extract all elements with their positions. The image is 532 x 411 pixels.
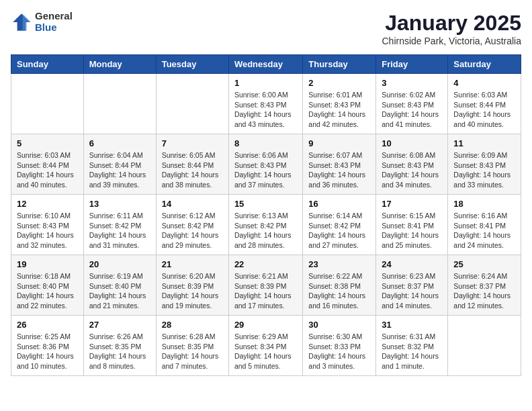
calendar-cell: 17Sunrise: 6:15 AMSunset: 8:41 PMDayligh… (376, 195, 448, 255)
day-info: Sunrise: 6:20 AMSunset: 8:39 PMDaylight:… (162, 271, 223, 311)
calendar-cell: 24Sunrise: 6:23 AMSunset: 8:37 PMDayligh… (376, 255, 448, 316)
day-info: Sunrise: 6:09 AMSunset: 8:43 PMDaylight:… (453, 150, 515, 190)
calendar-cell: 16Sunrise: 6:14 AMSunset: 8:42 PMDayligh… (303, 195, 376, 255)
day-info: Sunrise: 6:05 AMSunset: 8:44 PMDaylight:… (162, 150, 223, 190)
day-number: 16 (308, 199, 370, 209)
month-title: January 2025 (382, 11, 522, 36)
day-info: Sunrise: 6:07 AMSunset: 8:43 PMDaylight:… (308, 150, 370, 190)
day-number: 14 (162, 199, 223, 209)
calendar-cell: 2Sunrise: 6:01 AMSunset: 8:43 PMDaylight… (303, 74, 376, 134)
day-header-friday: Friday (376, 55, 448, 74)
day-number: 25 (453, 259, 515, 269)
day-header-monday: Monday (83, 55, 156, 74)
day-info: Sunrise: 6:10 AMSunset: 8:43 PMDaylight:… (17, 211, 78, 250)
title-section: January 2025 Chirnside Park, Victoria, A… (382, 11, 522, 46)
day-number: 6 (89, 138, 150, 148)
day-number: 12 (17, 199, 78, 209)
calendar-cell: 23Sunrise: 6:22 AMSunset: 8:38 PMDayligh… (303, 255, 376, 316)
calendar-cell: 19Sunrise: 6:18 AMSunset: 8:40 PMDayligh… (11, 255, 84, 316)
calendar-cell (156, 74, 228, 134)
calendar-cell: 5Sunrise: 6:03 AMSunset: 8:44 PMDaylight… (11, 134, 84, 195)
day-info: Sunrise: 6:18 AMSunset: 8:40 PMDaylight:… (17, 271, 78, 311)
calendar-cell: 15Sunrise: 6:13 AMSunset: 8:42 PMDayligh… (228, 195, 302, 255)
day-info: Sunrise: 6:11 AMSunset: 8:42 PMDaylight:… (89, 211, 150, 250)
day-info: Sunrise: 6:24 AMSunset: 8:37 PMDaylight:… (453, 271, 515, 311)
day-info: Sunrise: 6:13 AMSunset: 8:42 PMDaylight:… (234, 211, 297, 250)
day-info: Sunrise: 6:25 AMSunset: 8:36 PMDaylight:… (17, 332, 78, 371)
day-info: Sunrise: 6:15 AMSunset: 8:41 PMDaylight:… (382, 211, 442, 250)
day-number: 30 (308, 320, 370, 330)
day-info: Sunrise: 6:03 AMSunset: 8:44 PMDaylight:… (17, 150, 78, 190)
day-number: 31 (382, 320, 442, 330)
day-info: Sunrise: 6:22 AMSunset: 8:38 PMDaylight:… (308, 271, 370, 311)
calendar-cell: 8Sunrise: 6:06 AMSunset: 8:43 PMDaylight… (228, 134, 302, 195)
day-number: 26 (17, 320, 78, 330)
day-info: Sunrise: 6:08 AMSunset: 8:43 PMDaylight:… (382, 150, 442, 190)
day-header-sunday: Sunday (11, 55, 84, 74)
calendar-cell: 18Sunrise: 6:16 AMSunset: 8:41 PMDayligh… (448, 195, 521, 255)
day-number: 13 (89, 199, 150, 209)
calendar-cell: 25Sunrise: 6:24 AMSunset: 8:37 PMDayligh… (448, 255, 521, 316)
day-number: 20 (89, 259, 150, 269)
calendar-cell: 14Sunrise: 6:12 AMSunset: 8:42 PMDayligh… (156, 195, 228, 255)
calendar-cell (11, 74, 84, 134)
calendar-cell: 9Sunrise: 6:07 AMSunset: 8:43 PMDaylight… (303, 134, 376, 195)
calendar-cell: 20Sunrise: 6:19 AMSunset: 8:40 PMDayligh… (83, 255, 156, 316)
calendar-week-3: 12Sunrise: 6:10 AMSunset: 8:43 PMDayligh… (11, 195, 521, 255)
day-header-saturday: Saturday (448, 55, 521, 74)
day-info: Sunrise: 6:06 AMSunset: 8:43 PMDaylight:… (234, 150, 297, 190)
calendar-cell: 22Sunrise: 6:21 AMSunset: 8:39 PMDayligh… (228, 255, 302, 316)
day-number: 5 (17, 138, 78, 148)
day-info: Sunrise: 6:02 AMSunset: 8:43 PMDaylight:… (382, 90, 442, 130)
day-info: Sunrise: 6:01 AMSunset: 8:43 PMDaylight:… (308, 90, 370, 130)
day-number: 15 (234, 199, 297, 209)
day-number: 29 (234, 320, 297, 330)
day-header-tuesday: Tuesday (156, 55, 228, 74)
day-info: Sunrise: 6:14 AMSunset: 8:42 PMDaylight:… (308, 211, 370, 250)
day-number: 10 (382, 138, 442, 148)
day-number: 27 (89, 320, 150, 330)
day-number: 9 (308, 138, 370, 148)
logo-icon (11, 11, 32, 33)
day-info: Sunrise: 6:12 AMSunset: 8:42 PMDaylight:… (162, 211, 223, 250)
calendar-week-1: 1Sunrise: 6:00 AMSunset: 8:43 PMDaylight… (11, 74, 521, 134)
day-number: 28 (162, 320, 223, 330)
calendar-cell (448, 316, 521, 376)
day-number: 22 (234, 259, 297, 269)
day-number: 2 (308, 78, 370, 88)
calendar-cell: 27Sunrise: 6:26 AMSunset: 8:35 PMDayligh… (83, 316, 156, 376)
day-number: 3 (382, 78, 442, 88)
day-info: Sunrise: 6:00 AMSunset: 8:43 PMDaylight:… (234, 90, 297, 130)
day-number: 23 (308, 259, 370, 269)
calendar-cell: 31Sunrise: 6:31 AMSunset: 8:32 PMDayligh… (376, 316, 448, 376)
calendar-cell: 7Sunrise: 6:05 AMSunset: 8:44 PMDaylight… (156, 134, 228, 195)
logo-general: General (35, 11, 73, 22)
day-header-thursday: Thursday (303, 55, 376, 74)
calendar-cell: 12Sunrise: 6:10 AMSunset: 8:43 PMDayligh… (11, 195, 84, 255)
day-number: 18 (453, 199, 515, 209)
day-number: 8 (234, 138, 297, 148)
day-number: 21 (162, 259, 223, 269)
day-number: 11 (453, 138, 515, 148)
calendar-week-5: 26Sunrise: 6:25 AMSunset: 8:36 PMDayligh… (11, 316, 521, 376)
page-header: General Blue January 2025 Chirnside Park… (11, 11, 521, 46)
day-info: Sunrise: 6:16 AMSunset: 8:41 PMDaylight:… (453, 211, 515, 250)
day-number: 19 (17, 259, 78, 269)
day-number: 4 (453, 78, 515, 88)
calendar-cell: 3Sunrise: 6:02 AMSunset: 8:43 PMDaylight… (376, 74, 448, 134)
day-info: Sunrise: 6:29 AMSunset: 8:34 PMDaylight:… (234, 332, 297, 371)
day-number: 1 (234, 78, 297, 88)
location-subtitle: Chirnside Park, Victoria, Australia (382, 36, 522, 46)
svg-marker-1 (23, 13, 32, 31)
day-info: Sunrise: 6:30 AMSunset: 8:33 PMDaylight:… (308, 332, 370, 371)
logo-blue: Blue (35, 22, 73, 34)
calendar-cell: 1Sunrise: 6:00 AMSunset: 8:43 PMDaylight… (228, 74, 302, 134)
calendar-cell: 28Sunrise: 6:28 AMSunset: 8:35 PMDayligh… (156, 316, 228, 376)
calendar-cell (83, 74, 156, 134)
calendar-week-2: 5Sunrise: 6:03 AMSunset: 8:44 PMDaylight… (11, 134, 521, 195)
day-info: Sunrise: 6:21 AMSunset: 8:39 PMDaylight:… (234, 271, 297, 311)
day-header-wednesday: Wednesday (228, 55, 302, 74)
calendar-cell: 10Sunrise: 6:08 AMSunset: 8:43 PMDayligh… (376, 134, 448, 195)
calendar-cell: 21Sunrise: 6:20 AMSunset: 8:39 PMDayligh… (156, 255, 228, 316)
day-info: Sunrise: 6:19 AMSunset: 8:40 PMDaylight:… (89, 271, 150, 311)
